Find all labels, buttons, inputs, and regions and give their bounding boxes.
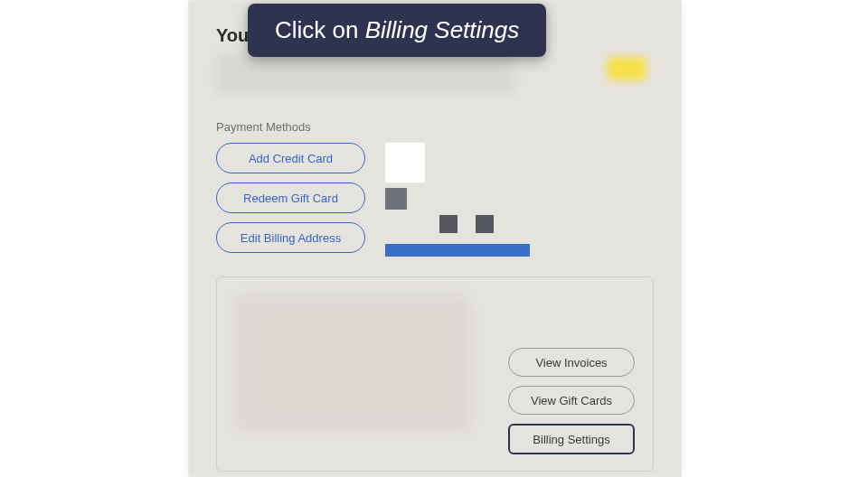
settings-card: You Payment Methods Add Credit Card Rede… — [188, 0, 682, 477]
loading-block-gray-2 — [439, 215, 458, 233]
instruction-callout: Click on Billing Settings — [248, 4, 546, 57]
loading-block-gray-3 — [476, 215, 494, 233]
redacted-billing-block — [235, 295, 470, 431]
edit-billing-address-button[interactable]: Edit Billing Address — [216, 222, 365, 253]
loading-block-gray-1 — [385, 188, 407, 210]
payment-methods-row: Add Credit Card Redeem Gift Card Edit Bi… — [216, 143, 654, 260]
loading-progress-bar — [385, 244, 530, 257]
loading-graphic — [385, 143, 566, 260]
redacted-yellow-badge — [607, 57, 646, 80]
redeem-gift-card-button[interactable]: Redeem Gift Card — [216, 182, 365, 213]
callout-prefix: Click on — [275, 16, 365, 43]
view-gift-cards-button[interactable]: View Gift Cards — [508, 386, 635, 415]
redacted-heading-strip — [216, 53, 514, 93]
payment-methods-label: Payment Methods — [216, 120, 654, 134]
payment-buttons-column: Add Credit Card Redeem Gift Card Edit Bi… — [216, 143, 365, 253]
add-credit-card-button[interactable]: Add Credit Card — [216, 143, 365, 173]
billing-panel: View Invoices View Gift Cards Billing Se… — [216, 276, 654, 472]
stage: You Payment Methods Add Credit Card Rede… — [0, 0, 868, 477]
view-invoices-button[interactable]: View Invoices — [508, 348, 635, 377]
callout-emphasis: Billing Settings — [365, 16, 520, 43]
heading-prefix: You — [216, 25, 249, 46]
billing-actions-column: View Invoices View Gift Cards Billing Se… — [508, 348, 635, 454]
loading-block-white — [385, 143, 425, 182]
billing-settings-button[interactable]: Billing Settings — [508, 424, 635, 454]
